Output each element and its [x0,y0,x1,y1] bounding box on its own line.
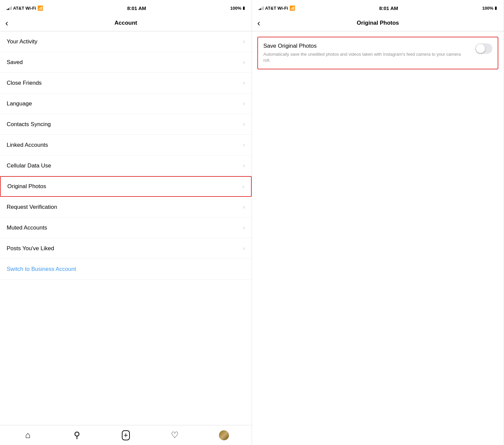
menu-item-label-close-friends: Close Friends [7,80,42,86]
menu-item-muted-accounts[interactable]: Muted Accounts› [0,217,252,238]
menu-item-label-your-activity: Your Activity [7,38,37,45]
menu-item-label-muted-accounts: Muted Accounts [7,225,47,231]
tab-add[interactable]: + [117,427,134,444]
signal-icon [7,6,12,10]
battery-percent-right: 100% [482,6,493,11]
menu-item-language[interactable]: Language› [0,93,252,114]
menu-item-label-contacts-syncing: Contacts Syncing [7,121,51,128]
chevron-icon-your-activity: › [243,38,245,45]
save-original-photos-row: Save Original Photos Automatically save … [257,37,498,69]
chevron-icon-posts-youve-liked: › [243,245,245,252]
tab-search[interactable]: ⚲ [68,427,85,444]
nav-bar-left: ‹ Account [0,15,252,31]
menu-item-label-saved: Saved [7,59,23,66]
tab-bar-left: ⌂ ⚲ + ♡ [0,425,252,445]
status-right-right: 100% ▮ [482,6,497,11]
menu-item-original-photos[interactable]: Original Photos› [0,176,252,197]
status-bar-right: AT&T Wi-Fi 📶 8:01 AM 100% ▮ [252,0,504,15]
chevron-icon-original-photos: › [242,183,244,190]
back-button-right[interactable]: ‹ [257,19,264,27]
save-original-toggle[interactable] [475,43,492,54]
tab-heart[interactable]: ♡ [167,427,183,444]
status-left: AT&T Wi-Fi 📶 [7,5,43,11]
menu-item-label-switch-business: Switch to Business Account [7,266,76,273]
carrier-label: AT&T Wi-Fi [13,6,36,11]
menu-item-label-linked-accounts: Linked Accounts [7,142,48,148]
time-label: 8:01 AM [127,5,146,11]
chevron-icon-muted-accounts: › [243,224,245,231]
menu-item-linked-accounts[interactable]: Linked Accounts› [0,135,252,155]
menu-item-saved[interactable]: Saved› [0,52,252,73]
setting-description: Automatically save the unedited photos a… [263,51,469,63]
tab-home[interactable]: ⌂ [19,427,36,444]
battery-icon: ▮ [243,6,245,10]
nav-bar-right: ‹ Original Photos [252,15,504,31]
avatar-icon [219,430,229,440]
setting-title: Save Original Photos [263,43,469,49]
right-panel: AT&T Wi-Fi 📶 8:01 AM 100% ▮ ‹ Original P… [252,0,504,445]
menu-item-switch-business[interactable]: Switch to Business Account [0,259,252,280]
chevron-icon-cellular-data-use: › [243,162,245,169]
setting-text: Save Original Photos Automatically save … [263,43,469,63]
heart-icon: ♡ [171,430,179,440]
menu-item-contacts-syncing[interactable]: Contacts Syncing› [0,114,252,135]
wifi-icon: 📶 [37,5,43,11]
battery-icon-right: ▮ [495,6,497,10]
menu-item-label-original-photos: Original Photos [7,183,46,190]
battery-percent: 100% [230,6,241,11]
menu-item-request-verification[interactable]: Request Verification› [0,197,252,217]
add-icon: + [122,430,130,440]
left-panel: AT&T Wi-Fi 📶 8:01 AM 100% ▮ ‹ Account Yo… [0,0,252,445]
chevron-icon-contacts-syncing: › [243,121,245,128]
chevron-icon-saved: › [243,59,245,66]
menu-item-close-friends[interactable]: Close Friends› [0,73,252,93]
chevron-icon-close-friends: › [243,79,245,86]
chevron-icon-request-verification: › [243,203,245,210]
carrier-label-right: AT&T Wi-Fi [265,6,288,11]
nav-title-right: Original Photos [357,20,399,26]
search-icon: ⚲ [74,430,80,440]
menu-item-posts-youve-liked[interactable]: Posts You've Liked› [0,238,252,259]
menu-item-label-posts-youve-liked: Posts You've Liked [7,245,54,252]
nav-title-left: Account [114,20,137,26]
menu-item-label-request-verification: Request Verification [7,204,57,210]
menu-item-your-activity[interactable]: Your Activity› [0,31,252,52]
toggle-knob [476,44,485,53]
tab-profile[interactable] [216,427,232,444]
wifi-icon-right: 📶 [289,5,295,11]
home-icon: ⌂ [25,430,31,440]
menu-item-cellular-data-use[interactable]: Cellular Data Use› [0,155,252,176]
status-bar-left: AT&T Wi-Fi 📶 8:01 AM 100% ▮ [0,0,252,15]
account-menu-list: Your Activity›Saved›Close Friends›Langua… [0,31,252,425]
menu-item-label-language: Language [7,100,32,107]
time-label-right: 8:01 AM [379,5,398,11]
chevron-icon-linked-accounts: › [243,141,245,148]
right-panel-content: Save Original Photos Automatically save … [252,31,504,445]
signal-icon-right [259,6,264,10]
menu-item-label-cellular-data-use: Cellular Data Use [7,162,51,169]
status-right: 100% ▮ [230,6,245,11]
status-left-right: AT&T Wi-Fi 📶 [259,5,295,11]
back-button-left[interactable]: ‹ [5,19,12,27]
chevron-icon-language: › [243,100,245,107]
